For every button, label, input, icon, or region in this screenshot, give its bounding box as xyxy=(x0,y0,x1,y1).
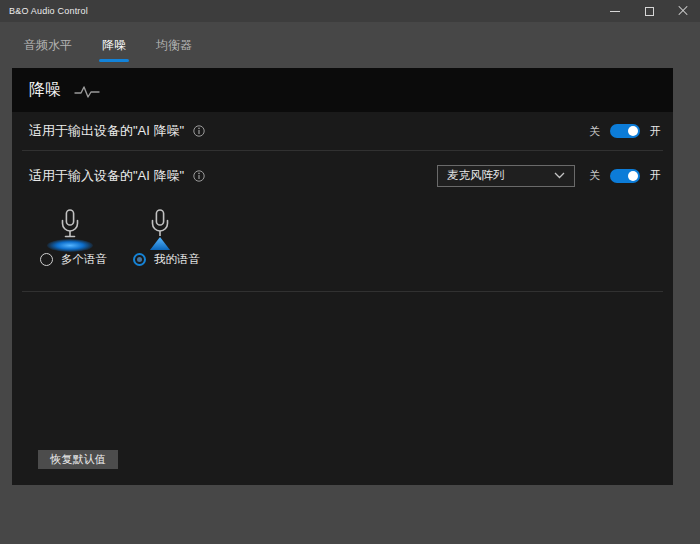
window-title: B&O Audio Control xyxy=(0,6,88,16)
panel-title: 降噪 xyxy=(29,80,61,101)
output-noise-row: 适用于输出设备的"AI 降噪" 关 开 xyxy=(12,112,673,150)
noise-reduction-panel: 降噪 适用于输出设备的"AI 降噪" 关 xyxy=(12,68,673,485)
toggle-knob xyxy=(628,126,638,136)
close-icon xyxy=(678,6,688,16)
input-toggle-group: 关 开 xyxy=(589,168,661,183)
microphone-device-select[interactable]: 麦克风阵列 xyxy=(437,165,575,187)
input-noise-label: 适用于输入设备的"AI 降噪" xyxy=(29,167,184,185)
toggle-on-label: 开 xyxy=(650,168,661,183)
minimize-icon xyxy=(610,11,620,12)
output-noise-label-wrap: 适用于输出设备的"AI 降噪" xyxy=(29,122,205,140)
input-controls-group: 麦克风阵列 关 开 xyxy=(437,165,661,187)
footer: hp AUDIO BY B& O xyxy=(0,485,700,544)
voice-mode-options: 多个语音 我的语音 xyxy=(40,252,200,267)
info-icon[interactable] xyxy=(193,170,205,182)
input-noise-row: 适用于输入设备的"AI 降噪" 麦克风阵列 关 xyxy=(12,151,673,200)
panel-header: 降噪 xyxy=(12,68,673,112)
titlebar: B&O Audio Control xyxy=(0,0,700,22)
separator xyxy=(22,291,663,292)
radio-dot xyxy=(137,257,142,262)
input-noise-label-wrap: 适用于输入设备的"AI 降噪" xyxy=(29,167,205,185)
tab-noise-reduction[interactable]: 降噪 xyxy=(100,31,128,60)
radio-unselected-icon xyxy=(40,253,53,266)
maximize-icon xyxy=(645,7,654,16)
window-controls xyxy=(598,0,700,22)
info-icon[interactable] xyxy=(193,125,205,137)
radio-my-voice[interactable]: 我的语音 xyxy=(133,252,200,267)
toggle-knob xyxy=(628,171,638,181)
maximize-button[interactable] xyxy=(632,0,666,22)
radio-multi-voice[interactable]: 多个语音 xyxy=(40,252,107,267)
minimize-button[interactable] xyxy=(598,0,632,22)
output-toggle-group: 关 开 xyxy=(589,124,661,139)
device-select-value: 麦克风阵列 xyxy=(447,168,505,183)
waveform-icon xyxy=(74,84,100,100)
radio-multi-voice-label: 多个语音 xyxy=(61,252,107,267)
toggle-on-label: 开 xyxy=(650,124,661,139)
voice-mode-section: 多个语音 我的语音 xyxy=(12,200,673,291)
microphone-my-voice-icon xyxy=(146,208,174,244)
close-button[interactable] xyxy=(666,0,700,22)
toggle-off-label: 关 xyxy=(589,168,600,183)
chevron-down-icon xyxy=(554,172,565,179)
output-noise-toggle[interactable] xyxy=(610,124,640,138)
radio-my-voice-label: 我的语音 xyxy=(154,252,200,267)
output-noise-label: 适用于输出设备的"AI 降噪" xyxy=(29,122,184,140)
input-noise-toggle[interactable] xyxy=(610,169,640,183)
toggle-off-label: 关 xyxy=(589,124,600,139)
app-window: B&O Audio Control 音频水平 降噪 均衡器 降噪 xyxy=(0,0,700,544)
microphone-multi-voice-icon xyxy=(56,208,84,244)
restore-defaults-button[interactable]: 恢复默认值 xyxy=(38,450,118,469)
tab-bar: 音频水平 降噪 均衡器 xyxy=(0,22,700,68)
tab-equalizer[interactable]: 均衡器 xyxy=(154,31,194,60)
tab-audio-levels[interactable]: 音频水平 xyxy=(22,31,74,60)
radio-selected-icon xyxy=(133,253,146,266)
